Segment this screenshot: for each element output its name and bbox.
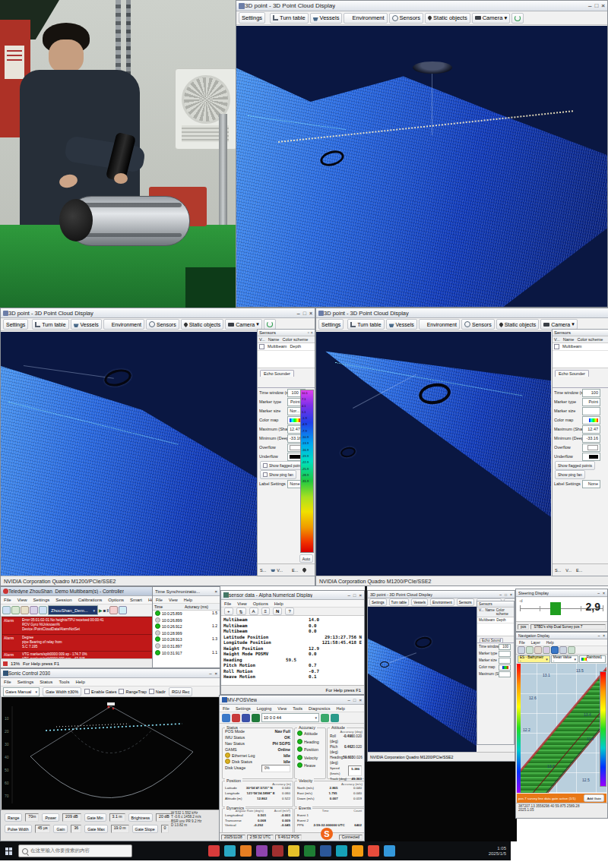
toolbar-icon-connect[interactable] bbox=[222, 714, 230, 722]
toolbar-icon[interactable] bbox=[21, 606, 29, 614]
sensor-table-row[interactable]: ​Multibeam bbox=[553, 343, 608, 351]
minimize-button[interactable]: ‒ bbox=[597, 591, 600, 595]
color-map-dropdown[interactable] bbox=[499, 664, 511, 671]
maximize-button[interactable]: □ bbox=[303, 311, 306, 316]
taskbar-app-icon[interactable] bbox=[368, 845, 379, 857]
tab-echo-sounder[interactable]: Echo Sounder bbox=[555, 370, 589, 377]
menu-view[interactable]: View bbox=[14, 598, 30, 602]
close-button[interactable]: × bbox=[309, 311, 312, 316]
settings-button[interactable]: Settings bbox=[239, 12, 265, 24]
toolbar-icon[interactable] bbox=[526, 646, 534, 654]
toolbar-icon[interactable] bbox=[518, 646, 525, 654]
toolbar-icon-net1[interactable] bbox=[321, 714, 329, 722]
menu-file[interactable]: File bbox=[1, 680, 14, 684]
gate-slope-button[interactable]: Gate Slope bbox=[132, 825, 158, 833]
close-button[interactable]: × bbox=[603, 591, 605, 595]
toolbar-icon-config[interactable] bbox=[242, 714, 250, 722]
minimize-button[interactable]: ‒ bbox=[598, 634, 600, 638]
show-ping-fan-button[interactable]: ​Show ping fan bbox=[260, 470, 296, 479]
tab-echo-sounder[interactable]: Echo Sound bbox=[480, 638, 503, 642]
close-button[interactable]: × bbox=[359, 698, 362, 702]
menu-options[interactable]: Options bbox=[105, 598, 127, 602]
toolbar-icon[interactable] bbox=[30, 606, 38, 614]
menu-calibrations[interactable]: Calibrations bbox=[75, 598, 106, 602]
vessels-button[interactable]: Vessels bbox=[386, 319, 417, 330]
settings-button[interactable]: Settings bbox=[3, 319, 28, 330]
menu-view[interactable]: View bbox=[234, 601, 249, 606]
visible-checkbox[interactable]: ​ bbox=[554, 344, 559, 349]
menu-layer[interactable]: Layer bbox=[528, 641, 543, 645]
toolbar-icon[interactable] bbox=[543, 646, 550, 654]
value-dropdown[interactable]: Mean Value -▾ bbox=[551, 655, 578, 663]
sensors-button[interactable]: Sensors bbox=[457, 598, 474, 606]
environment-button[interactable]: Environment bbox=[103, 319, 144, 330]
panel-close-button[interactable]: ▫ × bbox=[308, 330, 313, 335]
pointcloud-viewport[interactable] bbox=[236, 26, 607, 307]
toolbar-icon[interactable] bbox=[534, 646, 542, 654]
settings-button[interactable]: Settings bbox=[369, 598, 387, 606]
checkbox[interactable]: ​ bbox=[263, 463, 268, 468]
turn-table-button[interactable]: Turn table bbox=[389, 598, 410, 606]
vessels-dock-button[interactable]: V... bbox=[565, 568, 572, 573]
add-item-button[interactable]: + bbox=[224, 608, 233, 615]
menu-session[interactable]: Session bbox=[52, 598, 74, 602]
toolbar-icon-net2[interactable] bbox=[331, 714, 339, 722]
minimize-button[interactable]: ‒ bbox=[209, 671, 211, 676]
taskbar-app-icon[interactable] bbox=[320, 845, 331, 857]
enable-gates-checkbox[interactable]: ​Enable Gates bbox=[84, 689, 116, 694]
maximize-button[interactable]: □ bbox=[505, 592, 507, 597]
taskbar-app-icon[interactable] bbox=[384, 845, 395, 857]
maximum-input[interactable] bbox=[499, 671, 511, 677]
close-button[interactable]: × bbox=[214, 589, 217, 594]
numeric-button[interactable]: N bbox=[273, 608, 282, 615]
rgu-rec-button[interactable]: RGU Rec bbox=[169, 687, 193, 696]
menu-settings[interactable]: Settings bbox=[30, 598, 53, 602]
static-objects-button[interactable]: Static objects bbox=[496, 319, 540, 330]
taskbar-app-icon[interactable] bbox=[256, 845, 268, 857]
turn-table-button[interactable]: Turn table bbox=[32, 319, 68, 330]
close-button[interactable]: × bbox=[510, 592, 512, 597]
gate-max-button[interactable]: Gate Max bbox=[84, 825, 108, 833]
taskbar-app-icon[interactable] bbox=[304, 845, 315, 857]
alert-action-button[interactable]: Add Gate bbox=[584, 794, 604, 802]
sensor-table-row[interactable]: MultibeamDepth bbox=[477, 617, 514, 623]
toolbar-icon[interactable] bbox=[2, 606, 11, 614]
menu-help[interactable]: Help bbox=[271, 601, 287, 606]
gains-dropdown[interactable]: Gates Manual▾ bbox=[3, 687, 40, 696]
sensors-button[interactable]: Sensors bbox=[389, 13, 424, 24]
menu-help[interactable]: Help bbox=[72, 680, 87, 684]
visible-checkbox[interactable]: ​ bbox=[259, 344, 264, 349]
wedge-display[interactable]: 10 20 30 40 50 60 70 bbox=[2, 697, 219, 811]
minimize-button[interactable]: ‒ bbox=[348, 698, 350, 702]
menu-view[interactable]: View bbox=[166, 598, 181, 602]
time-window-input[interactable]: 100 bbox=[499, 644, 511, 650]
menu-settings[interactable]: Settings bbox=[14, 680, 37, 684]
checkbox[interactable]: ​ bbox=[263, 472, 268, 477]
taskbar-clock[interactable]: 1:05 2025/1/5 bbox=[489, 846, 506, 857]
turn-table-button[interactable]: Turn table bbox=[347, 319, 384, 330]
pointcloud-viewport[interactable] bbox=[368, 607, 477, 752]
menu-diagnostics[interactable]: Diagnostics bbox=[306, 706, 333, 711]
environment-dock-button[interactable]: E... bbox=[576, 568, 582, 573]
menu-smart[interactable]: Smart bbox=[127, 598, 145, 602]
brightness-button[interactable]: Brightness bbox=[128, 813, 154, 822]
sensor-table-row[interactable]: ​ MultibeamDepth bbox=[258, 343, 315, 351]
environment-dock-button[interactable]: E... bbox=[287, 568, 298, 573]
swath-map[interactable]: 13.1 13.5 12.6 12.2 13.4 11.4 13.3 12.5 bbox=[517, 664, 606, 793]
minimum-input[interactable]: -33.16 bbox=[582, 434, 600, 443]
time-window-input[interactable]: 100 bbox=[582, 389, 600, 397]
static-objects-button[interactable]: Static objects bbox=[181, 319, 224, 330]
menu-help[interactable]: Help bbox=[543, 641, 557, 645]
list-button[interactable]: ≡ bbox=[261, 608, 271, 615]
menu-settings[interactable]: Settings bbox=[233, 706, 254, 711]
sensors-button[interactable]: Sensors bbox=[461, 319, 495, 330]
toolbar-icon-stop[interactable] bbox=[232, 714, 240, 722]
taskbar-app-icon[interactable] bbox=[208, 845, 220, 857]
vessels-button[interactable]: Vessels bbox=[411, 598, 428, 606]
taskbar-app-icon[interactable] bbox=[288, 845, 299, 857]
marker-size-dropdown[interactable] bbox=[582, 407, 600, 415]
help-button[interactable]: ? bbox=[285, 608, 293, 615]
refresh-button[interactable] bbox=[264, 319, 276, 330]
pause-button[interactable]: Ⅱ bbox=[106, 608, 109, 613]
snagit-capture-icon[interactable]: S bbox=[321, 828, 333, 840]
